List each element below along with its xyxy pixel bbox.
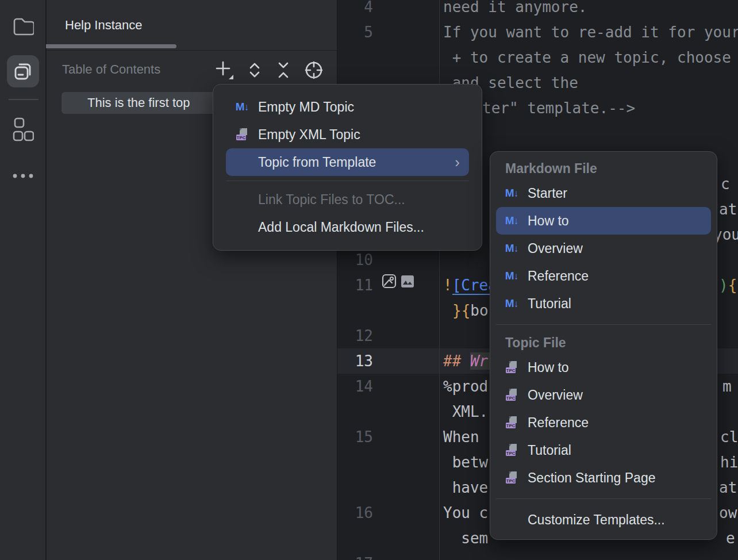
menu-item-label: Customize Templates... [528, 512, 665, 528]
toc-item-first-topic[interactable]: This is the first top [62, 92, 217, 114]
code-line: XML. [443, 399, 488, 424]
menu-item-label: Topic from Template [258, 155, 376, 170]
submenu-item-starter[interactable]: M↓ Starter [496, 179, 711, 207]
markdown-file-icon: M↓ [505, 269, 518, 283]
locate-button[interactable] [303, 60, 324, 80]
image-filled-gutter-icon[interactable] [401, 275, 414, 287]
code-line: }{bo [452, 298, 489, 323]
submenu-item-how-to-md[interactable]: M↓ How to [496, 207, 711, 235]
submenu-item-reference-topic[interactable]: TPC Reference [496, 409, 711, 436]
more-tool-windows-button[interactable] [7, 160, 39, 192]
collapse-all-icon [275, 60, 292, 80]
locate-icon [303, 60, 324, 80]
code-line: + to create a new topic, choose [443, 45, 738, 70]
svg-text:TPC: TPC [506, 423, 516, 428]
code-line: ## Wr [443, 348, 490, 374]
submenu-section-header: Topic File [496, 332, 711, 354]
topic-file-icon: TPC [235, 128, 249, 141]
menu-item-label: Tutorial [528, 296, 571, 312]
project-tool-button[interactable] [7, 10, 39, 43]
tool-window-header: Help Instance [47, 0, 337, 51]
topic-file-icon: TPC [505, 388, 518, 402]
submenu-item-overview-md[interactable]: M↓ Overview [496, 235, 711, 262]
line-number: 16 [339, 500, 373, 526]
md-image-bang: ! [443, 277, 452, 294]
menu-item-add-local-markdown[interactable]: Add Local Markdown Files... [226, 213, 469, 241]
code-fragment: e [726, 526, 735, 551]
line-number: 15 [339, 424, 373, 450]
svg-text:TPC: TPC [237, 135, 246, 140]
collapse-all-button[interactable] [273, 60, 294, 80]
code-fragment: m [722, 374, 732, 399]
menu-item-label: Empty XML Topic [258, 127, 360, 143]
line-number: 5 [339, 20, 373, 45]
no-icon-spacer [235, 155, 249, 169]
menu-item-label: Section Starting Page [528, 470, 655, 486]
code-line: betw [443, 450, 488, 475]
submenu-item-how-to-topic[interactable]: TPC How to [496, 354, 711, 381]
submenu-section-header: Markdown File [496, 158, 711, 179]
submenu-arrow-icon: › [455, 155, 460, 170]
markdown-file-icon: M↓ [505, 241, 518, 255]
code-line: %prod [443, 374, 488, 399]
submenu-item-overview-topic[interactable]: TPC Overview [496, 381, 711, 409]
toc-section-label: Table of Contents [62, 62, 160, 77]
svg-text:TPC: TPC [506, 478, 516, 484]
toc-pages-icon [13, 61, 33, 82]
md-heading-hashes: ## [443, 352, 470, 370]
code-fragment: hi [720, 450, 738, 475]
menu-item-label: Overview [528, 241, 583, 256]
line-number: 14 [339, 374, 373, 399]
no-icon-spacer [235, 193, 249, 206]
menu-item-label: Empty MD Topic [258, 99, 354, 115]
expand-all-button[interactable] [244, 60, 265, 80]
menu-item-label: How to [528, 213, 569, 229]
no-icon-spacer [505, 513, 518, 527]
code-fragment: ow [719, 500, 737, 526]
menu-item-link-topic-files: Link Topic Files to TOC... [226, 186, 469, 213]
line-number: 17 [339, 551, 373, 560]
brace-fragment: { [728, 277, 737, 294]
menu-item-label: Reference [528, 269, 589, 284]
code-fragment: cl [720, 424, 738, 450]
submenu-item-tutorial-md[interactable]: M↓ Tutorial [496, 290, 711, 317]
menu-separator [496, 324, 711, 325]
code-fragment: c [721, 171, 730, 197]
topic-file-icon: TPC [505, 443, 518, 457]
submenu-item-section-starting-page[interactable]: TPC Section Starting Page [496, 464, 711, 492]
more-icon [11, 173, 34, 179]
line-number: 4 [339, 0, 373, 20]
menu-item-empty-xml-topic[interactable]: TPC Empty XML Topic [226, 121, 469, 148]
code-line: When [443, 424, 488, 450]
add-topic-button[interactable] [214, 60, 235, 80]
code-fragment: ){ [719, 273, 737, 298]
toc-item-label: This is the first top [87, 95, 190, 110]
expand-all-icon [246, 60, 263, 80]
menu-item-label: Add Local Markdown Files... [258, 220, 424, 235]
menu-separator [496, 498, 711, 499]
line-number: 12 [339, 323, 373, 348]
topic-file-icon: TPC [505, 360, 518, 374]
md-attr-text: bo [470, 302, 488, 319]
code-line: ter" template.--> [482, 95, 635, 121]
code-line: need it anymore. [443, 0, 587, 20]
svg-text:TPC: TPC [506, 396, 516, 401]
markdown-file-icon: M↓ [235, 100, 249, 114]
markdown-file-icon: M↓ [505, 186, 518, 200]
code-fragment: at [719, 475, 737, 500]
line-number-current: 13 [339, 348, 373, 374]
submenu-item-tutorial-topic[interactable]: TPC Tutorial [496, 436, 711, 464]
structure-tool-button[interactable] [7, 114, 39, 146]
submenu-item-customize-templates[interactable]: Customize Templates... [496, 506, 711, 534]
code-line: have [443, 475, 488, 500]
toc-tool-button[interactable] [7, 55, 39, 87]
plus-dropdown-icon [214, 60, 235, 80]
menu-item-topic-from-template[interactable]: Topic from Template › [226, 148, 469, 176]
menu-item-empty-md-topic[interactable]: M↓ Empty MD Topic [226, 93, 469, 121]
folder-icon [12, 17, 34, 36]
tool-stripe [0, 0, 46, 560]
image-outline-gutter-icon[interactable] [382, 274, 397, 289]
submenu-item-reference-md[interactable]: M↓ Reference [496, 262, 711, 290]
svg-text:TPC: TPC [506, 368, 516, 373]
tool-window-title: Help Instance [65, 18, 143, 33]
